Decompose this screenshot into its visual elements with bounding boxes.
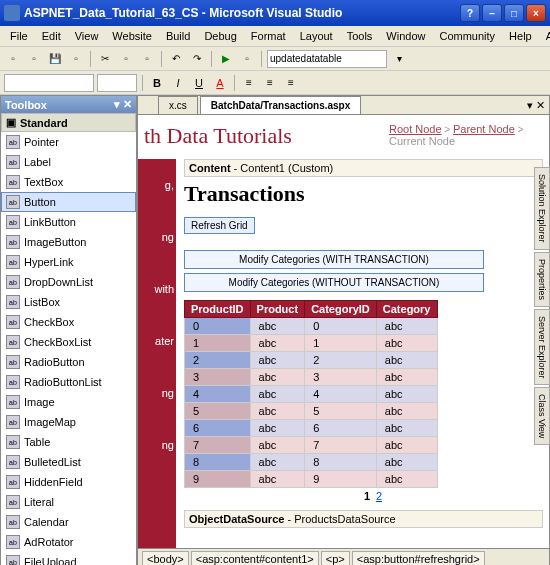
run-icon[interactable]: ▶ xyxy=(217,50,235,68)
new-icon[interactable]: ▫ xyxy=(4,50,22,68)
toolbox-item-table[interactable]: abTable xyxy=(1,432,136,452)
toolbox-item-checkboxlist[interactable]: abCheckBoxList xyxy=(1,332,136,352)
tab-solution-explorer[interactable]: Solution Explorer xyxy=(534,167,550,250)
toolbox-item-hiddenfield[interactable]: abHiddenField xyxy=(1,472,136,492)
menu-window[interactable]: Window xyxy=(380,28,431,44)
table-row[interactable]: 3abc3abc xyxy=(185,369,438,386)
toolbox-item-radiobutton[interactable]: abRadioButton xyxy=(1,352,136,372)
tag-p[interactable]: <p> xyxy=(321,551,350,565)
toolbox-header[interactable]: Toolbox ▾ ✕ xyxy=(1,96,136,113)
tag-body[interactable]: <body> xyxy=(142,551,189,565)
modify-without-transaction-button[interactable]: Modify Categories (WITHOUT TRANSACTION) xyxy=(184,273,484,292)
modify-with-transaction-button[interactable]: Modify Categories (WITH TRANSACTION) xyxy=(184,250,484,269)
menu-addins[interactable]: Addins xyxy=(540,28,550,44)
content-placeholder-label[interactable]: Content - Content1 (Custom) xyxy=(184,159,543,177)
menu-format[interactable]: Format xyxy=(245,28,292,44)
toolbox-item-button[interactable]: abButton xyxy=(1,192,136,212)
maximize-button[interactable]: □ xyxy=(504,4,524,22)
save-icon[interactable]: 💾 xyxy=(46,50,64,68)
tab-properties[interactable]: Properties xyxy=(534,252,550,307)
tab-class-view[interactable]: Class View xyxy=(534,387,550,445)
table-row[interactable]: 6abc6abc xyxy=(185,420,438,437)
tag-button[interactable]: <asp:button#refreshgrid> xyxy=(352,551,485,565)
table-row[interactable]: 7abc7abc xyxy=(185,437,438,454)
tag-content[interactable]: <asp:content#content1> xyxy=(191,551,319,565)
undo-icon[interactable]: ↶ xyxy=(167,50,185,68)
menu-community[interactable]: Community xyxy=(433,28,501,44)
toolbox-item-imagebutton[interactable]: abImageButton xyxy=(1,232,136,252)
column-header[interactable]: Product xyxy=(250,301,305,318)
menu-tools[interactable]: Tools xyxy=(341,28,379,44)
menu-debug[interactable]: Debug xyxy=(198,28,242,44)
toolbox-list[interactable]: abPointerabLabelabTextBoxabButtonabLinkB… xyxy=(1,132,136,565)
toolbox-item-bulletedlist[interactable]: abBulletedList xyxy=(1,452,136,472)
saveall-icon[interactable]: ▫ xyxy=(67,50,85,68)
find-combo[interactable] xyxy=(267,50,387,68)
menu-website[interactable]: Website xyxy=(106,28,158,44)
help-button[interactable]: ? xyxy=(460,4,480,22)
breadcrumb-parent[interactable]: Parent Node xyxy=(453,123,515,135)
toolbox-item-dropdownlist[interactable]: abDropDownList xyxy=(1,272,136,292)
toolbox-item-image[interactable]: abImage xyxy=(1,392,136,412)
stop-icon[interactable]: ▫ xyxy=(238,50,256,68)
toolbox-item-adrotator[interactable]: abAdRotator xyxy=(1,532,136,552)
pin-icon[interactable]: ▾ ✕ xyxy=(114,98,132,111)
tab-close-icon[interactable]: ✕ xyxy=(536,99,545,112)
toolbox-item-literal[interactable]: abLiteral xyxy=(1,492,136,512)
column-header[interactable]: Category xyxy=(376,301,437,318)
chevron-down-icon[interactable]: ▾ xyxy=(390,50,408,68)
close-button[interactable]: × xyxy=(526,4,546,22)
forecolor-icon[interactable]: A xyxy=(211,74,229,92)
redo-icon[interactable]: ↷ xyxy=(188,50,206,68)
objectdatasource-label[interactable]: ObjectDataSource - ProductsDataSource xyxy=(184,510,543,528)
minimize-button[interactable]: – xyxy=(482,4,502,22)
toolbox-item-calendar[interactable]: abCalendar xyxy=(1,512,136,532)
tab-dropdown-icon[interactable]: ▾ xyxy=(527,99,533,112)
column-header[interactable]: CategoryID xyxy=(305,301,377,318)
toolbox-item-textbox[interactable]: abTextBox xyxy=(1,172,136,192)
size-combo[interactable] xyxy=(97,74,137,92)
italic-icon[interactable]: I xyxy=(169,74,187,92)
align-center-icon[interactable]: ≡ xyxy=(261,74,279,92)
design-surface[interactable]: Root Node > Parent Node > Current Node t… xyxy=(138,115,549,548)
tab-server-explorer[interactable]: Server Explorer xyxy=(534,309,550,386)
table-row[interactable]: 4abc4abc xyxy=(185,386,438,403)
menu-build[interactable]: Build xyxy=(160,28,196,44)
cut-icon[interactable]: ✂ xyxy=(96,50,114,68)
toolbox-category-standard[interactable]: ▣ Standard xyxy=(1,113,136,132)
menu-layout[interactable]: Layout xyxy=(294,28,339,44)
table-row[interactable]: 1abc1abc xyxy=(185,335,438,352)
toolbox-item-label[interactable]: abLabel xyxy=(1,152,136,172)
paste-icon[interactable]: ▫ xyxy=(138,50,156,68)
copy-icon[interactable]: ▫ xyxy=(117,50,135,68)
menu-file[interactable]: File xyxy=(4,28,34,44)
toolbox-item-listbox[interactable]: abListBox xyxy=(1,292,136,312)
tab-cs-file[interactable]: x.cs xyxy=(158,96,198,114)
products-gridview[interactable]: ProductIDProductCategoryIDCategory0abc0a… xyxy=(184,300,438,488)
toolbox-item-pointer[interactable]: abPointer xyxy=(1,132,136,152)
toolbox-item-imagemap[interactable]: abImageMap xyxy=(1,412,136,432)
table-row[interactable]: 9abc9abc xyxy=(185,471,438,488)
column-header[interactable]: ProductID xyxy=(185,301,251,318)
menu-help[interactable]: Help xyxy=(503,28,538,44)
menu-view[interactable]: View xyxy=(69,28,105,44)
toolbox-item-hyperlink[interactable]: abHyperLink xyxy=(1,252,136,272)
table-row[interactable]: 2abc2abc xyxy=(185,352,438,369)
pager-link-2[interactable]: 2 xyxy=(376,490,382,502)
table-row[interactable]: 5abc5abc xyxy=(185,403,438,420)
menu-edit[interactable]: Edit xyxy=(36,28,67,44)
refresh-grid-button[interactable]: Refresh Grid xyxy=(184,217,255,234)
open-icon[interactable]: ▫ xyxy=(25,50,43,68)
breadcrumb-root[interactable]: Root Node xyxy=(389,123,442,135)
bold-icon[interactable]: B xyxy=(148,74,166,92)
font-combo[interactable] xyxy=(4,74,94,92)
underline-icon[interactable]: U xyxy=(190,74,208,92)
toolbox-item-checkbox[interactable]: abCheckBox xyxy=(1,312,136,332)
toolbox-item-radiobuttonlist[interactable]: abRadioButtonList xyxy=(1,372,136,392)
tab-transactions-aspx[interactable]: BatchData/Transactions.aspx xyxy=(200,96,362,114)
table-row[interactable]: 0abc0abc xyxy=(185,318,438,335)
align-left-icon[interactable]: ≡ xyxy=(240,74,258,92)
toolbox-item-linkbutton[interactable]: abLinkButton xyxy=(1,212,136,232)
toolbox-item-fileupload[interactable]: abFileUpload xyxy=(1,552,136,565)
list-icon[interactable]: ≡ xyxy=(282,74,300,92)
